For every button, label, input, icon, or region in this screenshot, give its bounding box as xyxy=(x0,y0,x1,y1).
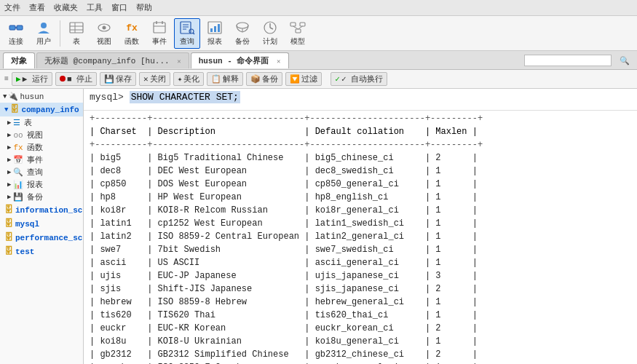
tool-query[interactable]: 查询 xyxy=(174,18,200,49)
tab-close-editor[interactable]: ✕ xyxy=(177,58,181,66)
action-beautify[interactable]: ✦ 美化 xyxy=(173,72,205,86)
tool-table[interactable]: 表 xyxy=(63,18,90,49)
tab-query-editor[interactable]: 无标题 @company_info [hu... ✕ xyxy=(36,52,189,68)
sidebar-section-backup[interactable]: ▶ 💾 备份 xyxy=(0,191,83,203)
svg-rect-23 xyxy=(218,24,220,32)
sidebar-section-query[interactable]: ▶ 🔍 查询 xyxy=(0,166,83,178)
tab-close-cmd[interactable]: ✕ xyxy=(277,58,280,66)
action-backup[interactable]: 📦 备份 xyxy=(246,72,282,86)
table-row: | koi8u | KOI8-U Ukrainian | koi8u_gener… xyxy=(90,335,631,348)
action-close[interactable]: ✕ 关闭 xyxy=(139,72,170,86)
svg-rect-31 xyxy=(300,23,305,26)
content-area: mysql> SHOW CHARACTER SET; +----------+-… xyxy=(84,89,637,364)
sidebar-connection[interactable]: ▼ 🔌 husun xyxy=(0,90,83,103)
close-icon: ✕ xyxy=(143,74,149,84)
model-icon xyxy=(290,20,306,36)
sidebar-section-event[interactable]: ▶ 📅 事件 xyxy=(0,154,83,166)
tool-model[interactable]: 模型 xyxy=(285,18,311,49)
menu-favorites[interactable]: 收藏夹 xyxy=(54,2,78,13)
table-row: | latin2 | ISO 8859-2 Central European |… xyxy=(90,230,631,243)
mysql-prompt: mysql> xyxy=(90,92,124,103)
table-row: | ascii | US ASCII | ascii_general_ci | … xyxy=(90,256,631,269)
tool-report[interactable]: 报表 xyxy=(202,18,228,49)
svg-rect-0 xyxy=(9,25,15,30)
section-backup-arrow: ▶ xyxy=(7,193,11,201)
menu-help[interactable]: 帮助 xyxy=(136,2,152,13)
tool-function[interactable]: fx 函数 xyxy=(119,18,145,49)
section-backup-icon: 💾 xyxy=(13,192,23,202)
sidebar-section-function[interactable]: ▶ fx 函数 xyxy=(0,141,83,154)
tool-user-label: 用户 xyxy=(36,36,51,47)
search-icon[interactable]: 🔍 xyxy=(620,57,630,66)
connect-icon xyxy=(8,20,24,36)
sidebar-section-report[interactable]: ▶ 📊 报表 xyxy=(0,178,83,191)
sidebar-db-mysql[interactable]: 🗄 mysql xyxy=(0,217,83,231)
section-query-arrow: ▶ xyxy=(7,168,11,176)
svg-rect-30 xyxy=(296,29,301,33)
tool-event[interactable]: 事件 xyxy=(146,18,173,49)
user-icon xyxy=(36,20,52,36)
section-view-icon: oo xyxy=(13,131,23,140)
section-view-label: 视图 xyxy=(27,130,43,141)
section-event-label: 事件 xyxy=(27,154,43,165)
sidebar-section-view[interactable]: ▶ oo 视图 xyxy=(0,129,83,141)
wrap-icon: ✓ xyxy=(335,74,340,84)
sidebar-db-test[interactable]: 🗄 test xyxy=(0,245,83,258)
sidebar-section-table[interactable]: ▶ ☰ 表 xyxy=(0,116,83,129)
action-stop[interactable]: ■ 停止 xyxy=(55,72,97,86)
svg-rect-21 xyxy=(210,28,213,32)
tool-function-label: 函数 xyxy=(124,36,139,47)
svg-rect-22 xyxy=(214,26,216,32)
action-save[interactable]: 💾 保存 xyxy=(100,72,136,86)
svg-rect-1 xyxy=(17,25,23,30)
table-header: | Charset | Description | Default collat… xyxy=(90,125,631,138)
sidebar-db-performance-schema[interactable]: 🗄 performance_schema xyxy=(0,231,83,245)
schedule-icon xyxy=(262,20,278,36)
menu-file[interactable]: 文件 xyxy=(4,2,20,13)
search-input[interactable] xyxy=(524,55,612,66)
tool-connect[interactable]: 连接 xyxy=(3,18,29,49)
svg-line-19 xyxy=(193,33,194,34)
section-event-arrow: ▶ xyxy=(7,156,11,164)
menu-window[interactable]: 窗口 xyxy=(111,2,127,13)
tool-connect-label: 连接 xyxy=(9,36,23,47)
db-name-company: company_info xyxy=(21,106,79,114)
search-area: 🔍 xyxy=(520,53,634,68)
tool-schedule[interactable]: 计划 xyxy=(257,18,283,49)
tab-object[interactable]: 对象 xyxy=(3,52,35,68)
action-bar: ≡ ▶ ▶ 运行 ■ 停止 💾 保存 ✕ 关闭 ✦ 美化 📋 解释 📦 备份 🔽… xyxy=(0,70,637,89)
table-row: | swe7 | 7bit Swedish | swe7_swedish_ci … xyxy=(90,243,631,256)
tool-user[interactable]: 用户 xyxy=(31,18,57,49)
menu-tools[interactable]: 工具 xyxy=(87,2,103,13)
section-table-arrow: ▶ xyxy=(7,119,11,127)
svg-rect-10 xyxy=(154,23,165,33)
main-layout: ▼ 🔌 husun ▼ 🗄 company_info ▶ ☰ 表 ▶ oo 视图… xyxy=(0,89,637,364)
sidebar-db-information-schema[interactable]: 🗄 information_schema xyxy=(0,203,83,217)
action-filter[interactable]: 🔽 过滤 xyxy=(285,72,322,86)
menu-view[interactable]: 查看 xyxy=(29,2,45,13)
sidebar-db-company-info[interactable]: ▼ 🗄 company_info xyxy=(0,103,83,116)
action-run[interactable]: ▶ ▶ 运行 xyxy=(12,72,52,86)
svg-line-28 xyxy=(270,28,273,29)
table-row: | cp850 | DOS West European | cp850_gene… xyxy=(90,178,631,191)
tool-view-label: 视图 xyxy=(97,36,111,47)
tool-view[interactable]: 视图 xyxy=(91,18,117,49)
table-row: | hebrew | ISO 8859-8 Hebrew | hebrew_ge… xyxy=(90,296,631,309)
report-icon xyxy=(207,20,223,36)
section-table-icon: ☰ xyxy=(13,118,20,127)
table-row: | euckr | EUC-KR Korean | euckr_korean_c… xyxy=(90,322,631,335)
charset-output: +----------+----------------------------… xyxy=(90,112,631,364)
results-area[interactable]: +----------+----------------------------… xyxy=(84,111,637,364)
table-row: | sjis | Shift-JIS Japanese | sjis_japan… xyxy=(90,282,631,296)
query-icon xyxy=(179,20,195,36)
tool-backup[interactable]: 备份 xyxy=(229,18,256,49)
db-icon-test: 🗄 xyxy=(4,246,13,257)
action-wrap[interactable]: ✓ ✓ 自动换行 xyxy=(331,72,387,86)
tab-command-line[interactable]: husun - 命令界面 ✕ xyxy=(191,52,289,68)
db-expand-arrow: ▼ xyxy=(4,106,8,114)
section-backup-label: 备份 xyxy=(27,191,43,202)
action-explain[interactable]: 📋 解释 xyxy=(207,72,243,86)
tool-query-label: 查询 xyxy=(180,36,194,47)
connection-arrow: ▼ xyxy=(3,93,7,100)
table-row: | gb2312 | GB2312 Simplified Chinese | g… xyxy=(90,348,631,361)
